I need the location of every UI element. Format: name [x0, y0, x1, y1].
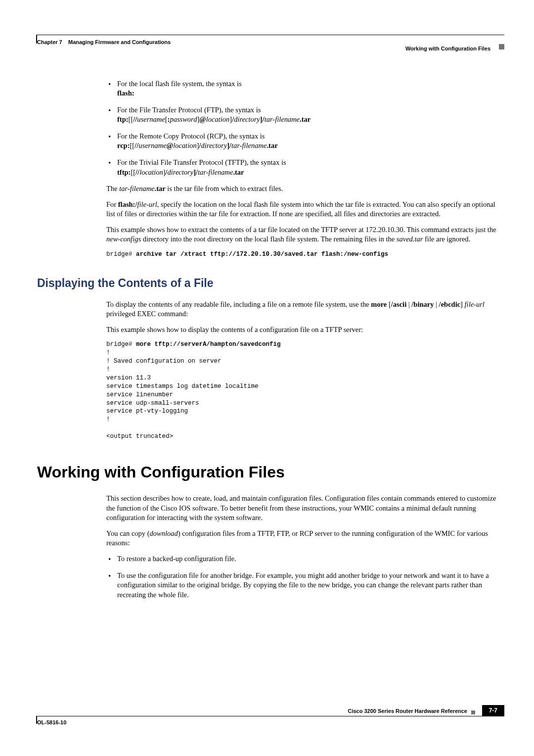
- paragraph: To display the contents of any readable …: [106, 300, 504, 319]
- list-item: For the Trivial File Transfer Protocol (…: [106, 158, 504, 177]
- header-square-icon: [499, 44, 504, 49]
- subheading-displaying: Displaying the Contents of a File: [37, 276, 504, 291]
- list-item: To use the configuration file for anothe…: [106, 571, 504, 600]
- footer-square-icon: [471, 710, 475, 714]
- list-item: For the local flash file system, the syn…: [106, 79, 504, 98]
- body-content: For the local flash file system, the syn…: [106, 79, 504, 600]
- list-item: To restore a backed-up configuration fil…: [106, 554, 504, 564]
- syntax-flash: flash:: [117, 89, 134, 97]
- cli-example: bridge# more tftp://serverA/hampton/save…: [106, 340, 504, 441]
- heading-working-config: Working with Configuration Files: [37, 462, 504, 483]
- syntax-list: For the local flash file system, the syn…: [106, 79, 504, 178]
- paragraph: You can copy (download) configuration fi…: [106, 529, 504, 548]
- footer-doc-id: OL-5816-10: [37, 719, 66, 725]
- chapter-title: Managing Firmware and Configurations: [68, 39, 171, 45]
- footer-tick: [36, 716, 37, 724]
- page-number: 7-7: [482, 705, 504, 716]
- cli-example: bridge# archive tar /xtract tftp://172.2…: [106, 250, 504, 259]
- page-footer: Cisco 3200 Series Router Hardware Refere…: [37, 716, 504, 727]
- header-tick: [36, 35, 37, 44]
- paragraph: This section describes how to create, lo…: [106, 494, 504, 523]
- header-chapter: Chapter 7 Managing Firmware and Configur…: [37, 39, 171, 45]
- paragraph: This example shows how to extract the co…: [106, 225, 504, 244]
- list-item: For the Remote Copy Protocol (RCP), the …: [106, 132, 504, 151]
- reasons-list: To restore a backed-up configuration fil…: [106, 554, 504, 600]
- footer-title: Cisco 3200 Series Router Hardware Refere…: [348, 708, 467, 715]
- chapter-prefix: Chapter 7: [37, 39, 62, 45]
- paragraph: The tar-filename.tar is the tar file fro…: [106, 184, 504, 194]
- header-section: Working with Configuration Files: [405, 45, 490, 52]
- list-item: For the File Transfer Protocol (FTP), th…: [106, 105, 504, 125]
- page-header: Chapter 7 Managing Firmware and Configur…: [37, 35, 504, 47]
- paragraph: This example shows how to display the co…: [106, 325, 504, 335]
- paragraph: For flash:/file-url, specify the locatio…: [106, 200, 504, 219]
